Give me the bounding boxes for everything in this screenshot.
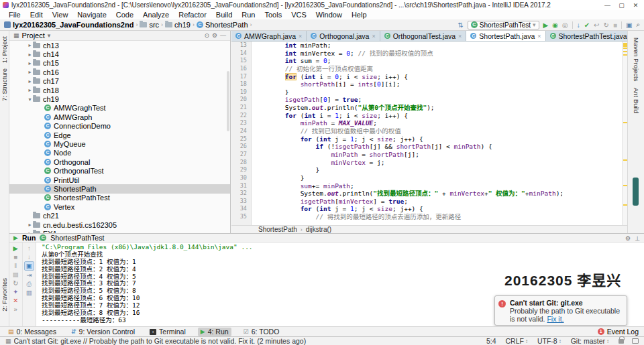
stop-button[interactable]: ■ bbox=[613, 21, 617, 29]
down-stack-button[interactable]: ↓ bbox=[28, 253, 31, 261]
tree-item-orthogonaltest[interactable]: COrthogonalTest bbox=[9, 166, 230, 175]
sort-icon[interactable]: ⇅ bbox=[458, 21, 463, 29]
tab-orthogonal-java[interactable]: COrthogonal.java× bbox=[307, 31, 380, 41]
breadcrumb-method[interactable]: dijkstra() bbox=[306, 226, 331, 233]
run-config-selector[interactable]: CShortestPathTest▾ bbox=[468, 21, 539, 29]
close-icon[interactable]: × bbox=[299, 33, 302, 40]
toggle-stripes-icon[interactable]: ▦ bbox=[5, 338, 11, 344]
tree-item-orthogonal[interactable]: COrthogonal bbox=[9, 157, 230, 166]
project-panel-title[interactable]: Project bbox=[22, 31, 45, 40]
event-log-button[interactable]: 1 Event Log bbox=[598, 328, 639, 336]
menu-view[interactable]: View bbox=[48, 11, 73, 19]
toolwindow-button-todo[interactable]: ☑6: TODO bbox=[241, 328, 282, 336]
tree-item-ch13[interactable]: ▸ch13 bbox=[9, 41, 230, 50]
dump-threads-button[interactable]: ▤ bbox=[13, 270, 19, 279]
toolwindow-button-run[interactable]: ▶4: Run bbox=[198, 328, 231, 336]
run-button[interactable]: ▶ bbox=[543, 21, 549, 29]
profiler-button[interactable]: ◎ bbox=[562, 21, 568, 29]
chevron-down-icon[interactable]: ▾ bbox=[27, 96, 33, 102]
caret-position[interactable]: 5:4 bbox=[486, 337, 496, 345]
menu-code[interactable]: Code bbox=[111, 11, 138, 19]
search-everywhere-button[interactable]: ⌕ bbox=[636, 21, 640, 29]
tree-item-ch18[interactable]: ▸ch18 bbox=[9, 86, 230, 94]
locate-icon[interactable]: ⊙ bbox=[204, 32, 209, 39]
fix-it-link[interactable]: Fix it. bbox=[547, 315, 564, 323]
chevron-right-icon[interactable]: ▸ bbox=[27, 78, 33, 84]
tree-item-amwgraghtest[interactable]: CAMWGraghTest bbox=[9, 104, 230, 113]
run-config-label[interactable]: ShortestPathTest bbox=[50, 234, 104, 242]
minimize-button[interactable]: — bbox=[602, 2, 613, 9]
readonly-lock-icon[interactable] bbox=[619, 339, 624, 344]
up-stack-button[interactable]: ↑ bbox=[28, 244, 31, 253]
rerun-button[interactable]: ▶ bbox=[13, 244, 18, 253]
tree-item-node[interactable]: CNode bbox=[9, 149, 230, 157]
status-message[interactable]: Can't start Git: git.exe // Probably the… bbox=[14, 337, 477, 345]
stripe-button-maven-projects[interactable]: Maven Projects bbox=[633, 38, 640, 81]
breadcrumb-class[interactable]: ShortestPath bbox=[258, 226, 297, 233]
menu-navigate[interactable]: Navigate bbox=[72, 11, 111, 19]
menu-run[interactable]: Run bbox=[237, 11, 260, 19]
tree-item-connectiondemo[interactable]: CConnectionDemo bbox=[9, 122, 230, 131]
tree-item-edge[interactable]: CEdge bbox=[9, 131, 230, 139]
maximize-button[interactable]: ▢ bbox=[616, 2, 627, 9]
project-scrollbar[interactable] bbox=[227, 71, 229, 131]
vcs-update-button[interactable]: ↓ bbox=[577, 21, 580, 29]
tree-item-amwgraph[interactable]: CAMWGraph bbox=[9, 113, 230, 121]
menu-tools[interactable]: Tools bbox=[260, 11, 286, 19]
toolwindow-button-messages[interactable]: ▤0: Messages bbox=[5, 328, 59, 336]
git-branch-selector[interactable]: Git: master↕ bbox=[571, 337, 609, 345]
close-icon[interactable]: × bbox=[372, 33, 375, 40]
close-icon[interactable]: × bbox=[537, 33, 541, 40]
chevron-right-icon[interactable]: ▸ bbox=[27, 42, 33, 48]
menu-help[interactable]: Help bbox=[347, 11, 372, 19]
tree-item-shortestpath[interactable]: CShortestPath bbox=[9, 184, 230, 193]
tree-item-ch16[interactable]: ▸ch16 bbox=[9, 68, 230, 76]
stop-button[interactable]: ■ bbox=[13, 253, 17, 261]
tree-item-ch14[interactable]: ▸ch14 bbox=[9, 50, 230, 58]
chevron-right-icon[interactable]: ▸ bbox=[27, 69, 33, 75]
stripe-button-ant-build[interactable]: Ant Build bbox=[633, 88, 640, 113]
tab-orthogonaltest-java[interactable]: COrthogonalTest.java× bbox=[380, 31, 467, 41]
tab-shortestpath-java[interactable]: CShortestPath.java× bbox=[466, 31, 545, 41]
console-tab-icon[interactable]: ▣ bbox=[24, 261, 34, 271]
history-button[interactable]: ↻ bbox=[604, 21, 609, 29]
tab-shortestpathtest-java[interactable]: CShortestPathTest.java× bbox=[546, 31, 638, 41]
tree-item-vertex[interactable]: CVertex bbox=[9, 202, 230, 211]
chevron-right-icon[interactable]: ▸ bbox=[27, 60, 33, 66]
soft-wrap-button[interactable]: ⇥ bbox=[26, 271, 32, 279]
tree-item-shortestpathtest[interactable]: CShortestPathTest bbox=[9, 194, 230, 202]
stripe-button-2-favorites[interactable]: 2: Favorites bbox=[1, 278, 8, 312]
dock-icon[interactable]: ⊥ bbox=[635, 235, 640, 242]
breadcrumb-item-2[interactable]: ch19 bbox=[165, 21, 191, 29]
pin-button[interactable]: ✦ bbox=[13, 287, 18, 296]
gear-icon[interactable]: ⚙ bbox=[625, 235, 631, 242]
stripe-button-7-structure[interactable]: 7: Structure bbox=[1, 68, 8, 101]
toolwindow-button-version-control[interactable]: ⇵9: Version Control bbox=[68, 328, 138, 336]
menu-window[interactable]: Window bbox=[311, 11, 347, 19]
chevron-right-icon[interactable]: ▸ bbox=[27, 87, 33, 93]
menu-edit[interactable]: Edit bbox=[25, 11, 48, 19]
restore-layout-button[interactable]: ↻ bbox=[13, 279, 18, 287]
tab-amwgraph-java[interactable]: CAMWGraph.java× bbox=[231, 31, 307, 41]
chevron-right-icon[interactable]: ▸ bbox=[27, 52, 33, 58]
settings-icon[interactable]: ⚙ bbox=[212, 32, 217, 39]
print-button[interactable]: ⎙ bbox=[26, 279, 32, 288]
stripe-button-1-project[interactable]: 1: Project bbox=[1, 36, 8, 63]
tree-item-ch21[interactable]: ch21 bbox=[9, 211, 230, 220]
menu-refactor[interactable]: Refactor bbox=[174, 11, 211, 19]
menu-analyze[interactable]: Analyze bbox=[138, 11, 174, 19]
line-ending-selector[interactable]: CRLF↕ bbox=[505, 337, 527, 345]
menu-file[interactable]: File bbox=[4, 11, 25, 19]
error-stripe[interactable] bbox=[622, 42, 627, 225]
tree-item-ch19[interactable]: ▾ch19 bbox=[9, 94, 230, 103]
menu-vcs[interactable]: VCS bbox=[286, 11, 311, 19]
toolwindow-button-terminal[interactable]: ›Terminal bbox=[147, 328, 189, 336]
stripe-scroll-thumb[interactable] bbox=[633, 178, 639, 206]
vcs-commit-button[interactable]: ✔ bbox=[584, 21, 590, 29]
run-panel-title[interactable]: Run bbox=[22, 234, 36, 242]
close-button[interactable]: ✕ bbox=[13, 296, 18, 305]
tree-item-ch17[interactable]: ▸ch17 bbox=[9, 77, 230, 86]
editor-area[interactable]: CAMWGraph.java×COrthogonal.java×COrthogo… bbox=[231, 31, 627, 233]
breadcrumb-item-1[interactable]: src bbox=[140, 21, 159, 29]
tree-item-cn.edu.besti.cs162305[interactable]: ▸cn.edu.besti.cs162305 bbox=[9, 220, 230, 229]
